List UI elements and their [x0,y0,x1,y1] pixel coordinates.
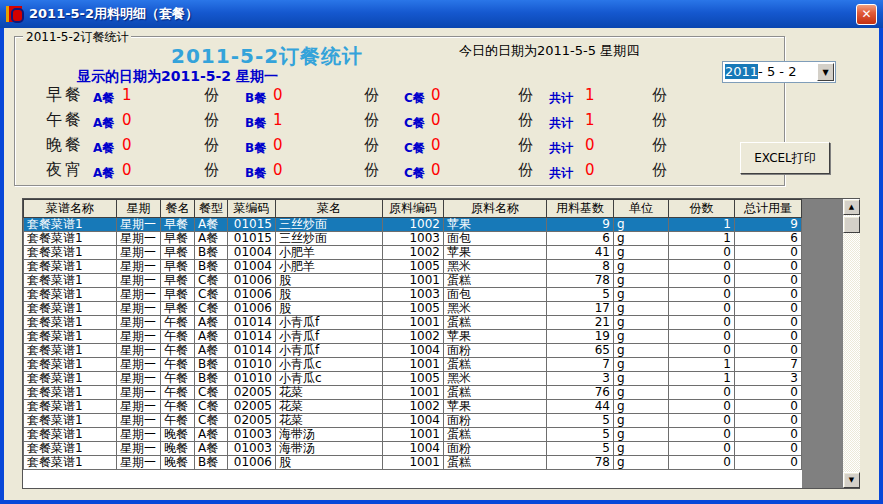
table-cell: C餐 [195,302,228,316]
table-cell: 3 [547,372,614,386]
unit-label: 份 [364,111,379,130]
table-row[interactable]: 套餐菜谱1星期一午餐C餐02005花菜1002苹果44g00 [24,400,802,414]
meal-b-value: 0 [273,86,283,104]
table-row[interactable]: 套餐菜谱1星期一早餐A餐01015三丝炒面1003面包6g16 [24,232,802,246]
ingredient-table: 菜谱名称星期餐名餐型菜编码菜名原料编码原料名称用料基数单位份数总计用量 套餐菜谱… [23,199,802,470]
table-cell: 1001 [383,386,444,400]
unit-label: 份 [204,86,219,105]
table-cell: 1005 [383,372,444,386]
table-cell: 小肥羊 [276,246,383,260]
table-row[interactable]: 套餐菜谱1星期一午餐A餐01014小青瓜f1001蛋糕21g00 [24,316,802,330]
table-cell: 面粉 [444,344,547,358]
column-header[interactable]: 菜编码 [228,200,276,218]
table-cell: 1002 [383,330,444,344]
table-cell: 星期一 [117,386,161,400]
table-cell: 0 [669,302,735,316]
table-row[interactable]: 套餐菜谱1星期一早餐B餐01004小肥羊1002苹果41g00 [24,246,802,260]
table-cell: 1 [669,372,735,386]
table-cell: 星期一 [117,232,161,246]
table-row[interactable]: 套餐菜谱1星期一早餐A餐01015三丝炒面1002苹果9g19 [24,218,802,232]
table-cell: C餐 [195,274,228,288]
table-row[interactable]: 套餐菜谱1星期一午餐A餐01014小青瓜f1002苹果19g00 [24,330,802,344]
table-cell: B餐 [195,246,228,260]
table-cell: 0 [669,456,735,470]
scroll-down-icon[interactable]: ▼ [843,472,860,488]
table-cell: 午餐 [161,344,195,358]
table-row[interactable]: 套餐菜谱1星期一晚餐B餐01006股1001蛋糕78g00 [24,456,802,470]
table-cell: 早餐 [161,232,195,246]
table-cell: 0 [669,428,735,442]
meal-c-value: 0 [431,136,441,154]
table-row[interactable]: 套餐菜谱1星期一晚餐A餐01003海带汤1004面粉5g00 [24,442,802,456]
meal-a-value: 0 [122,161,132,179]
table-row[interactable]: 套餐菜谱1星期一午餐C餐02005花菜1004面粉5g00 [24,414,802,428]
scroll-up-icon[interactable]: ▲ [843,199,860,215]
table-row[interactable]: 套餐菜谱1星期一午餐B餐01010小青瓜c1001蛋糕7g17 [24,358,802,372]
table-row[interactable]: 套餐菜谱1星期一午餐A餐01014小青瓜f1004面粉65g00 [24,344,802,358]
excel-print-button[interactable]: EXCEL打印 [740,142,830,174]
scrollbar-thumb[interactable] [843,216,860,233]
column-header[interactable]: 餐名 [161,200,195,218]
table-cell: 5 [547,414,614,428]
unit-label: 份 [204,161,219,180]
table-row[interactable]: 套餐菜谱1星期一早餐C餐01006股1003面包5g00 [24,288,802,302]
table-cell: 星期一 [117,456,161,470]
table-cell: 65 [547,344,614,358]
table-cell: 午餐 [161,330,195,344]
table-cell: 01015 [228,218,276,232]
table-cell: 9 [547,218,614,232]
column-header[interactable]: 用料基数 [547,200,614,218]
date-combobox[interactable]: 2011- 5 - 2 ▼ [722,61,836,83]
column-header[interactable]: 单位 [614,200,669,218]
table-cell: g [614,372,669,386]
column-header[interactable]: 菜谱名称 [24,200,117,218]
column-header[interactable]: 餐型 [195,200,228,218]
table-row[interactable]: 套餐菜谱1星期一午餐C餐02005花菜1001蛋糕76g00 [24,386,802,400]
vertical-scrollbar[interactable]: ▲ ▼ [843,199,860,488]
table-cell: 76 [547,386,614,400]
table-row[interactable]: 套餐菜谱1星期一晚餐A餐01003海带汤1001蛋糕5g00 [24,428,802,442]
date-combobox-value: 2011- 5 - 2 [725,64,796,79]
table-cell: 套餐菜谱1 [24,358,117,372]
table-cell: A餐 [195,442,228,456]
meal-a-label: A餐 [93,165,114,182]
table-cell: 02005 [228,400,276,414]
table-row[interactable]: 套餐菜谱1星期一早餐B餐01004小肥羊1005黑米8g00 [24,260,802,274]
column-header[interactable]: 菜名 [276,200,383,218]
meal-c-value: 0 [431,111,441,129]
close-button[interactable]: ✕ [856,4,877,25]
table-cell: 1005 [383,260,444,274]
table-cell: 01003 [228,442,276,456]
table-cell: B餐 [195,358,228,372]
table-cell: 0 [669,442,735,456]
column-header[interactable]: 原料名称 [444,200,547,218]
table-cell: 小青瓜f [276,344,383,358]
table-cell: 套餐菜谱1 [24,400,117,414]
table-row[interactable]: 套餐菜谱1星期一早餐C餐01006股1001蛋糕78g00 [24,274,802,288]
column-header[interactable]: 总计用量 [735,200,802,218]
table-cell: 套餐菜谱1 [24,428,117,442]
column-header[interactable]: 星期 [117,200,161,218]
meal-a-label: A餐 [93,90,114,107]
table-cell: 蛋糕 [444,386,547,400]
table-cell: 蛋糕 [444,428,547,442]
table-cell: 1001 [383,274,444,288]
meal-total-value: 1 [585,86,595,104]
chevron-down-icon[interactable]: ▼ [817,63,834,81]
table-cell: 0 [735,414,802,428]
table-cell: 1001 [383,428,444,442]
meal-a-label: A餐 [93,140,114,157]
ingredient-grid: 菜谱名称星期餐名餐型菜编码菜名原料编码原料名称用料基数单位份数总计用量 套餐菜谱… [22,198,860,489]
table-row[interactable]: 套餐菜谱1星期一早餐C餐01006股1005黑米17g00 [24,302,802,316]
table-cell: 星期一 [117,344,161,358]
groupbox-label: 2011-5-2订餐统计 [23,29,131,46]
meal-total-label: 共计 [549,165,573,182]
table-cell: 午餐 [161,358,195,372]
table-cell: 黑米 [444,372,547,386]
table-cell: g [614,330,669,344]
meal-name-label: 早餐 [46,85,84,106]
column-header[interactable]: 份数 [669,200,735,218]
table-cell: 花菜 [276,400,383,414]
column-header[interactable]: 原料编码 [383,200,444,218]
table-row[interactable]: 套餐菜谱1星期一午餐B餐01010小青瓜c1005黑米3g13 [24,372,802,386]
